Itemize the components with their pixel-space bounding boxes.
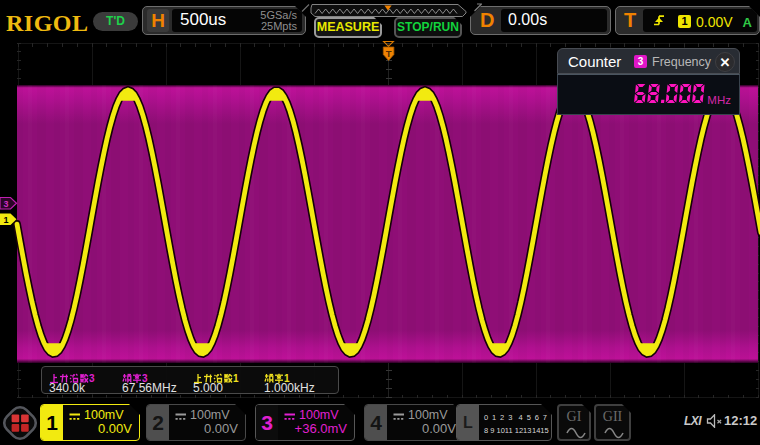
svg-text:3: 3: [3, 199, 8, 209]
svg-text:1: 1: [3, 215, 8, 225]
svg-text:T: T: [386, 48, 392, 59]
